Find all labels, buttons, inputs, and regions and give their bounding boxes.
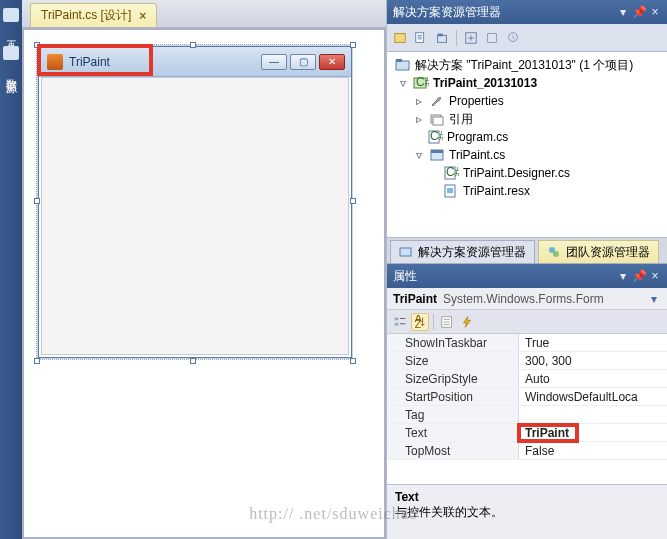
tree-resx[interactable]: TriPaint.resx	[389, 182, 665, 200]
document-tab-label: TriPaint.cs [设计]	[41, 7, 131, 24]
property-value[interactable]: Auto	[519, 370, 667, 387]
tree-references[interactable]: ▹ 引用	[389, 110, 665, 128]
svg-point-22	[553, 251, 559, 257]
expand-icon[interactable]: ▹	[413, 113, 425, 125]
property-row-text[interactable]: TextTriPaint	[387, 424, 667, 442]
properties-toolbar: AZ	[387, 310, 667, 334]
tab-team-explorer[interactable]: 团队资源管理器	[538, 240, 659, 263]
property-row[interactable]: Tag	[387, 406, 667, 424]
document-tabbar: TriPaint.cs [设计] ×	[22, 0, 386, 28]
resize-handle[interactable]	[190, 42, 196, 48]
alphabetical-button[interactable]: AZ	[411, 313, 429, 331]
solution-icon	[399, 245, 413, 259]
form-client-area[interactable]	[41, 77, 349, 355]
object-name: TriPaint	[393, 292, 437, 306]
dropdown-icon[interactable]: ▾	[617, 6, 629, 18]
property-row[interactable]: Size300, 300	[387, 352, 667, 370]
property-value[interactable]: TriPaint	[519, 424, 667, 441]
property-value[interactable]: WindowsDefaultLoca	[519, 388, 667, 405]
toolbar-button[interactable]	[391, 29, 409, 47]
toolbox-icon	[3, 8, 19, 22]
description-body: 与控件关联的文本。	[395, 504, 659, 521]
tree-label: TriPaint.resx	[463, 184, 530, 198]
resize-handle[interactable]	[350, 358, 356, 364]
property-value[interactable]: True	[519, 334, 667, 351]
datasource-icon	[3, 46, 19, 60]
svg-rect-23	[395, 317, 399, 320]
svg-rect-20	[400, 248, 411, 256]
resize-handle[interactable]	[350, 198, 356, 204]
form-title: TriPaint	[69, 55, 255, 69]
collapse-icon[interactable]: ▿	[397, 77, 409, 89]
resize-handle[interactable]	[34, 358, 40, 364]
chevron-down-icon[interactable]: ▾	[647, 292, 661, 306]
right-column: 解决方案资源管理器 ▾ 📌 × 解决方案 "TriPaint_20131013"…	[387, 0, 667, 539]
resize-handle[interactable]	[34, 198, 40, 204]
dropdown-icon[interactable]: ▾	[617, 270, 629, 282]
toolbar-button[interactable]	[504, 29, 522, 47]
rail-item-toolbox[interactable]: 工具箱	[0, 26, 22, 44]
svg-rect-7	[396, 59, 402, 62]
svg-rect-6	[396, 61, 409, 70]
pin-icon[interactable]: 📌	[633, 270, 645, 282]
property-name: StartPosition	[387, 388, 519, 405]
tree-project[interactable]: ▿ C# TriPaint_20131013	[389, 74, 665, 92]
tree-solution[interactable]: 解决方案 "TriPaint_20131013" (1 个项目)	[389, 56, 665, 74]
form-designer[interactable]: TriPaint — ▢ ✕	[38, 46, 352, 358]
separator	[456, 30, 457, 46]
resize-handle[interactable]	[350, 42, 356, 48]
properties-button[interactable]	[438, 313, 456, 331]
close-icon[interactable]: ×	[649, 270, 661, 282]
tree-label: 引用	[449, 111, 473, 128]
close-icon[interactable]: ×	[139, 9, 146, 23]
svg-rect-15	[431, 150, 443, 153]
form-app-icon	[47, 54, 63, 70]
designer-pane: TriPaint.cs [设计] × TriPaint — ▢ ✕	[22, 0, 387, 539]
csproj-icon: C#	[413, 76, 429, 90]
collapse-icon[interactable]: ▿	[413, 149, 425, 161]
tree-tripaint[interactable]: ▿ TriPaint.cs	[389, 146, 665, 164]
property-value[interactable]: False	[519, 442, 667, 459]
tab-label: 解决方案资源管理器	[418, 244, 526, 261]
property-row[interactable]: TopMostFalse	[387, 442, 667, 460]
cs-file-icon: C#	[427, 130, 443, 144]
property-value[interactable]	[519, 406, 667, 423]
resize-handle[interactable]	[34, 42, 40, 48]
close-icon[interactable]: ×	[649, 6, 661, 18]
property-row[interactable]: SizeGripStyleAuto	[387, 370, 667, 388]
expand-icon[interactable]: ▹	[413, 95, 425, 107]
left-tool-rail: 工具箱 数据源	[0, 0, 22, 539]
property-row[interactable]: ShowInTaskbarTrue	[387, 334, 667, 352]
solution-toolbar	[387, 24, 667, 52]
properties-object-selector[interactable]: TriPaint System.Windows.Forms.Form ▾	[387, 288, 667, 310]
tab-solution-explorer[interactable]: 解决方案资源管理器	[390, 240, 535, 263]
tree-properties[interactable]: ▹ Properties	[389, 92, 665, 110]
resize-handle[interactable]	[190, 358, 196, 364]
svg-rect-0	[395, 33, 406, 42]
tree-designer[interactable]: C# TriPaint.Designer.cs	[389, 164, 665, 182]
properties-grid[interactable]: ShowInTaskbarTrue Size300, 300 SizeGripS…	[387, 334, 667, 484]
tree-program[interactable]: C# Program.cs	[389, 128, 665, 146]
property-value[interactable]: 300, 300	[519, 352, 667, 369]
toolbar-button[interactable]	[462, 29, 480, 47]
toolbar-button[interactable]	[483, 29, 501, 47]
toolbar-button[interactable]	[412, 29, 430, 47]
references-icon	[429, 112, 445, 126]
svg-rect-5	[488, 33, 497, 42]
solution-tree[interactable]: 解决方案 "TriPaint_20131013" (1 个项目) ▿ C# Tr…	[387, 52, 667, 238]
properties-panel: TriPaint System.Windows.Forms.Form ▾ AZ …	[387, 288, 667, 539]
window-buttons: — ▢ ✕	[261, 54, 351, 70]
description-title: Text	[395, 490, 659, 504]
events-button[interactable]	[458, 313, 476, 331]
property-row[interactable]: StartPositionWindowsDefaultLoca	[387, 388, 667, 406]
property-name: SizeGripStyle	[387, 370, 519, 387]
categorize-button[interactable]	[391, 313, 409, 331]
design-surface[interactable]: TriPaint — ▢ ✕	[22, 28, 386, 539]
toolbar-button[interactable]	[433, 29, 451, 47]
form-file-icon	[429, 148, 445, 162]
document-tab[interactable]: TriPaint.cs [设计] ×	[30, 3, 157, 27]
pin-icon[interactable]: 📌	[633, 6, 645, 18]
tree-label: TriPaint.cs	[449, 148, 505, 162]
properties-description: Text 与控件关联的文本。	[387, 484, 667, 539]
rail-item-datasource[interactable]: 数据源	[0, 64, 22, 82]
